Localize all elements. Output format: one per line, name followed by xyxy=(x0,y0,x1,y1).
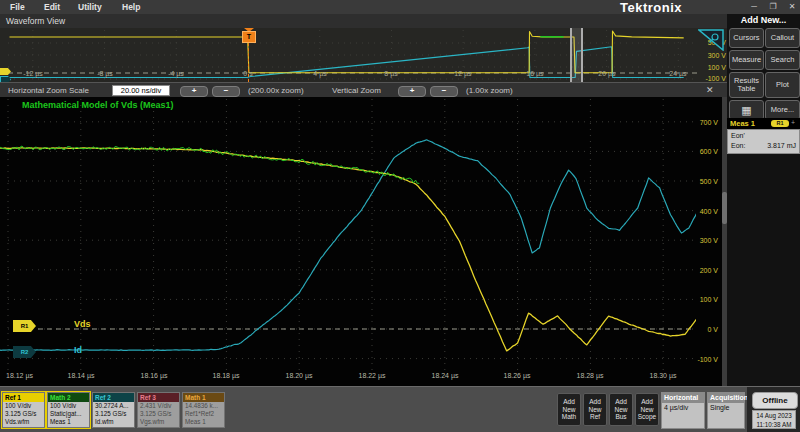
callout-button[interactable]: Callout xyxy=(765,28,800,48)
hzoom-label: Horizontal Zoom Scale xyxy=(8,86,89,95)
acquisition-value: Single xyxy=(708,403,744,412)
overview-ytick: 100 V xyxy=(688,64,726,71)
zoom-close-icon[interactable]: ✕ xyxy=(706,85,714,95)
badge-line: 100 V/div xyxy=(3,402,44,410)
main-ytick: 600 V xyxy=(672,148,718,155)
overview-zoom-icon[interactable] xyxy=(698,29,724,51)
cursors-button[interactable]: Cursors xyxy=(729,28,764,48)
brand-logo: Tektronix xyxy=(620,0,724,15)
horizontal-value: 4 µs/div xyxy=(662,403,704,412)
channel-badge-ref2[interactable]: Ref 2 30.2724 A... 3.125 GS/s Id.wfm xyxy=(92,392,135,428)
measure-button[interactable]: Measure xyxy=(729,50,764,70)
badge-line: Vgs.wfm xyxy=(138,418,179,426)
channel-badge-ref1[interactable]: Ref 1 100 V/div 3.125 GS/s Vds.wfm xyxy=(2,392,45,428)
overview-xtick: -8 µs xyxy=(89,70,121,77)
overview-xtick: -4 µs xyxy=(160,70,192,77)
main-ytick: 500 V xyxy=(672,178,718,185)
hzoom-scale-input[interactable]: 20.00 ns/div xyxy=(112,85,170,96)
menu-edit[interactable]: Edit xyxy=(44,2,60,12)
add-new-header: Add New... xyxy=(727,15,800,25)
channel-badge-math1[interactable]: Math 1 14.4836 k... Ref1*Ref2 Meas 1 xyxy=(182,392,225,428)
badge-line: Meas 1 xyxy=(183,418,224,426)
close-icon[interactable]: ✕ xyxy=(786,2,798,11)
minimize-icon[interactable]: ─ xyxy=(748,2,760,11)
badge-line: 14.4836 k... xyxy=(183,402,224,410)
badge-title: Math 2 xyxy=(48,393,89,402)
meas1-value: 3.817 mJ xyxy=(756,142,796,149)
add-new-scope-button[interactable]: Add New Scope xyxy=(635,393,659,426)
status-dock: Offline 14 Aug 2023 11:10:38 AM xyxy=(747,387,800,432)
vzoom-factor: (1.00x zoom) xyxy=(466,86,513,95)
add-new-ref-button[interactable]: Add New Ref xyxy=(583,393,607,426)
badge-title: Ref 1 xyxy=(3,393,44,402)
overview-xtick: 4 µs xyxy=(304,70,336,77)
datetime-display: 14 Aug 2023 11:10:38 AM xyxy=(752,410,796,429)
waveform-main-view: Mathematical Model of Vds (Meas1) 700 V … xyxy=(0,97,727,386)
main-xtick: 18.30 µs xyxy=(643,372,683,379)
pattern-grid-icon[interactable]: ▦ xyxy=(729,100,764,120)
plot-button[interactable]: Plot xyxy=(765,72,800,98)
main-xtick: 18.28 µs xyxy=(570,372,610,379)
restore-icon[interactable]: ❐ xyxy=(767,2,779,11)
meas1-line1: Eon' xyxy=(731,132,745,139)
main-ytick: 200 V xyxy=(672,267,718,274)
main-xtick: 18.16 µs xyxy=(134,372,174,379)
badge-line: 3.125 GS/s xyxy=(138,410,179,418)
horizontal-panel[interactable]: Horizontal 4 µs/div xyxy=(661,392,705,429)
vzoom-plus-button[interactable]: + xyxy=(398,86,426,97)
hzoom-factor: (200.00x zoom) xyxy=(248,86,304,95)
badge-title: Ref 2 xyxy=(93,393,134,402)
badge-line: 30.2724 A... xyxy=(93,402,134,410)
badge-line: Ref1*Ref2 xyxy=(183,410,224,418)
title-bar: File Edit Utility Help Tektronix ─ ❐ ✕ xyxy=(0,0,800,15)
badge-line: 2.431 V/div xyxy=(138,402,179,410)
badge-line: Id.wfm xyxy=(93,418,134,426)
main-ytick: 0 V xyxy=(672,326,718,333)
main-xtick: 18.26 µs xyxy=(497,372,537,379)
badge-line: Static|gat... xyxy=(48,410,89,418)
main-ytick: -100 V xyxy=(672,356,718,363)
hzoom-minus-button[interactable]: − xyxy=(212,86,240,97)
badge-line: Vds.wfm xyxy=(3,418,44,426)
tab-waveform-view[interactable]: Waveform View xyxy=(6,16,65,26)
main-ytick: 400 V xyxy=(672,208,718,215)
main-xtick: 18.12 µs xyxy=(6,372,46,379)
channel-badge-ref3[interactable]: Ref 3 2.431 V/div 3.125 GS/s Vgs.wfm xyxy=(137,392,180,428)
badge-line: Meas 1 xyxy=(48,418,89,426)
add-new-bus-button[interactable]: Add New Bus xyxy=(609,393,633,426)
results-table-button[interactable]: Results Table xyxy=(729,72,764,98)
meas1-expand-icon[interactable]: + xyxy=(791,119,795,126)
right-sidebar: Add New... Cursors Callout Measure Searc… xyxy=(727,14,800,386)
vzoom-minus-button[interactable]: − xyxy=(430,86,458,97)
overview-xtick: 20 µs xyxy=(591,70,623,77)
main-xtick: 18.14 µs xyxy=(61,372,101,379)
meas1-line2-label: Eon: xyxy=(731,142,745,149)
more-button[interactable]: More... xyxy=(765,100,800,120)
main-xtick: 18.22 µs xyxy=(352,372,392,379)
channel-badge-math2[interactable]: Math 2 100 V/div Static|gat... Meas 1 xyxy=(47,392,90,428)
menu-help[interactable]: Help xyxy=(122,2,140,12)
add-new-math-button[interactable]: Add New Math xyxy=(557,393,581,426)
hzoom-plus-button[interactable]: + xyxy=(180,86,208,97)
meas1-readout: Eon' Eon: 3.817 mJ xyxy=(727,129,800,154)
main-ytick: 300 V xyxy=(672,237,718,244)
zoom-window-handle[interactable] xyxy=(570,28,583,82)
main-plot xyxy=(0,97,696,386)
offline-button[interactable]: Offline xyxy=(752,392,798,409)
badge-line: 3.125 GS/s xyxy=(93,410,134,418)
menu-utility[interactable]: Utility xyxy=(78,2,102,12)
overview-xtick: 8 µs xyxy=(375,70,407,77)
meas1-badge[interactable]: Meas 1 R1 + xyxy=(727,118,800,129)
math-model-title: Mathematical Model of Vds (Meas1) xyxy=(22,100,174,110)
acquisition-overview: -12 µs -8 µs -4 µs 0 s 4 µs 8 µs 12 µs 1… xyxy=(0,28,727,82)
vzoom-label: Vertical Zoom xyxy=(332,86,381,95)
trigger-marker[interactable]: T xyxy=(242,28,255,82)
acquisition-panel[interactable]: Acquisition Single xyxy=(707,392,745,429)
main-xtick: 18.20 µs xyxy=(279,372,319,379)
search-button[interactable]: Search xyxy=(765,50,800,70)
tab-strip: Waveform View xyxy=(0,14,727,29)
menu-file[interactable]: File xyxy=(10,2,25,12)
badge-title: Math 1 xyxy=(183,393,224,402)
badge-title: Ref 3 xyxy=(138,393,179,402)
overview-xtick: 16 µs xyxy=(519,70,551,77)
